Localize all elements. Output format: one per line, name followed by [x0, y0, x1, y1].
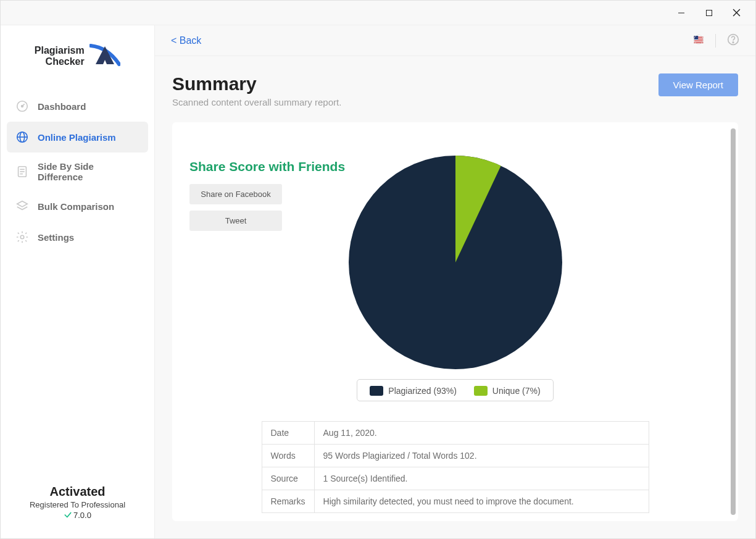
table-value: High similarity detected, you must need …	[314, 490, 649, 513]
sidebar-item-label: Side By Side Difference	[38, 161, 139, 182]
legend-item: Unique (7%)	[474, 385, 541, 396]
table-key: Remarks	[262, 490, 314, 513]
activated-label: Activated	[7, 485, 148, 499]
logo-mark-icon	[89, 43, 120, 70]
document-icon	[15, 165, 29, 178]
help-icon[interactable]	[727, 33, 739, 48]
globe-icon	[15, 130, 29, 144]
sidebar-item-label: Settings	[38, 232, 74, 243]
share-title: Share Score with Friends	[189, 159, 345, 174]
flag-icon[interactable]	[693, 34, 704, 48]
page-head: Summary Scanned content overall summary …	[155, 56, 755, 122]
sidebar-item-side-by-side[interactable]: Side By Side Difference	[7, 153, 148, 191]
scrollbar[interactable]	[731, 128, 736, 515]
check-icon	[64, 511, 72, 519]
svg-marker-13	[17, 201, 28, 207]
back-link[interactable]: < Back	[171, 35, 201, 46]
page-subtitle: Scanned content overall summary report.	[172, 97, 341, 107]
legend-label: Unique (7%)	[492, 386, 541, 396]
app-logo: Plagiarism Checker	[1, 25, 154, 85]
table-row: RemarksHigh similarity detected, you mus…	[262, 490, 649, 513]
share-block: Share Score with Friends Share on Facebo…	[189, 159, 345, 237]
main: < Back Summary Scanned content overall s…	[155, 25, 755, 538]
table-row: Source1 Source(s) Identified.	[262, 467, 649, 490]
sidebar-item-label: Dashboard	[38, 101, 86, 112]
table-row: Words95 Words Plagiarized / Total Words …	[262, 445, 649, 467]
table-key: Source	[262, 467, 314, 490]
pie-chart	[349, 156, 562, 369]
table-value: Aug 11, 2020.	[314, 422, 649, 445]
chart-area: Plagiarized (93%)Unique (7%)	[349, 156, 562, 401]
svg-point-14	[20, 235, 24, 239]
sidebar-nav: Dashboard Online Plagiarism Side By Side…	[1, 85, 154, 485]
sidebar-footer: Activated Registered To Professional 7.0…	[1, 485, 154, 538]
sidebar-item-settings[interactable]: Settings	[7, 222, 148, 253]
share-facebook-button[interactable]: Share on Facebook	[189, 184, 282, 204]
gauge-icon	[15, 99, 29, 113]
topbar: < Back	[155, 25, 755, 56]
sidebar-item-online-plagiarism[interactable]: Online Plagiarism	[7, 122, 148, 153]
view-report-button[interactable]: View Report	[658, 73, 738, 96]
legend-label: Plagiarized (93%)	[388, 386, 457, 396]
svg-rect-18	[694, 40, 704, 41]
svg-rect-1	[706, 10, 712, 15]
logo-line1: Plagiarism	[35, 45, 85, 56]
table-key: Words	[262, 445, 314, 467]
registered-label: Registered To Professional	[7, 500, 148, 509]
summary-card: Share Score with Friends Share on Facebo…	[172, 122, 738, 521]
sidebar-item-label: Online Plagiarism	[38, 132, 116, 143]
tweet-button[interactable]: Tweet	[189, 211, 282, 231]
svg-point-23	[733, 41, 734, 43]
layers-icon	[15, 199, 29, 213]
sidebar-item-dashboard[interactable]: Dashboard	[7, 91, 148, 122]
legend-swatch	[370, 386, 383, 396]
table-value: 1 Source(s) Identified.	[314, 467, 649, 490]
legend-swatch	[474, 386, 488, 396]
table-key: Date	[262, 422, 314, 445]
svg-point-5	[22, 106, 23, 107]
chart-legend: Plagiarized (93%)Unique (7%)	[357, 379, 553, 401]
version-label: 7.0.0	[7, 511, 148, 520]
divider	[715, 34, 716, 48]
gear-icon	[15, 230, 29, 244]
sidebar: Plagiarism Checker Dashboard	[1, 25, 155, 538]
logo-line2: Checker	[35, 56, 85, 67]
sidebar-item-label: Bulk Comparison	[38, 201, 114, 212]
close-button[interactable]	[723, 3, 750, 23]
maximize-button[interactable]	[695, 3, 723, 23]
table-value: 95 Words Plagiarized / Total Words 102.	[314, 445, 649, 467]
minimize-button[interactable]	[667, 3, 695, 23]
summary-table: DateAug 11, 2020.Words95 Words Plagiariz…	[262, 421, 649, 513]
titlebar	[1, 1, 755, 25]
legend-item: Plagiarized (93%)	[370, 385, 457, 396]
sidebar-item-bulk-comparison[interactable]: Bulk Comparison	[7, 191, 148, 222]
table-row: DateAug 11, 2020.	[262, 422, 649, 445]
page-title: Summary	[172, 73, 341, 94]
